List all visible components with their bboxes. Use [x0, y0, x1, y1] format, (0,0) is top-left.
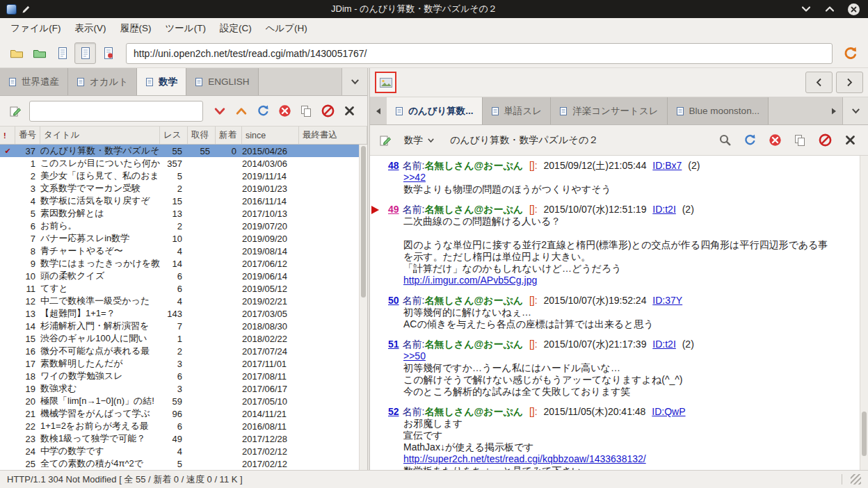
new-thread-button[interactable] — [7, 103, 24, 120]
search-in-thread-button[interactable] — [716, 132, 733, 149]
thread-tab-list-button[interactable] — [842, 97, 868, 124]
poster-id[interactable]: ID:Bx7 — [652, 160, 682, 171]
post-link[interactable]: >>50 — [403, 350, 426, 361]
post-link[interactable]: http://super2ch.net/test/read.cgi/kqbbzo… — [403, 453, 646, 464]
scrollbar-thumb[interactable] — [862, 412, 867, 456]
thread-row[interactable]: 10 頭の柔軟クイズ 6 2019/06/14 — [0, 270, 359, 282]
thread-row[interactable]: 11 てすと 6 2019/05/12 — [0, 282, 359, 295]
col-header-last-write[interactable]: 最終書込 — [299, 127, 367, 144]
search-next-button[interactable] — [211, 103, 228, 120]
stop-button[interactable] — [276, 103, 293, 120]
image-tab-thumbnail[interactable] — [375, 72, 396, 93]
thread-row[interactable]: 8 青チャートやるぞ〜 4 2019/08/14 — [0, 245, 359, 257]
close-tab-button[interactable] — [341, 103, 357, 120]
thread-view-button[interactable] — [74, 42, 96, 64]
post-number[interactable]: 51 — [388, 339, 399, 350]
reload-url-button[interactable] — [839, 42, 861, 64]
scroll-tabs-left-button[interactable] — [370, 97, 387, 124]
menu-item[interactable]: ツール(T) — [159, 19, 213, 38]
thread-row[interactable]: 24 中学の数学です 4 2017/02/12 — [0, 445, 359, 457]
thread-tab[interactable]: Blue moonston... — [668, 97, 769, 124]
thread-list-scrollbar[interactable] — [359, 145, 367, 470]
resize-grip[interactable] — [851, 474, 861, 485]
poster-name[interactable]: 名無しさん@おーぷん — [424, 406, 523, 417]
menu-item[interactable]: 表示(V) — [68, 19, 113, 38]
post-number[interactable]: 49 — [388, 204, 399, 215]
board-tab-list-button[interactable] — [341, 68, 367, 95]
col-header-new[interactable]: 新着 — [216, 127, 242, 144]
thread-row[interactable]: 13 【超難問】1+1=？ 143 2017/03/05 — [0, 307, 359, 320]
boards-sidebar-button[interactable] — [6, 42, 27, 64]
poster-id[interactable]: ID:t2I — [652, 204, 675, 215]
thread-row[interactable]: 2 美少女「ほら見て、私のおま 5 2019/11/14 — [0, 170, 359, 182]
thread-row[interactable]: ✔ 37 のんびり算数・数学パズルそ 55 55 0 2015/04/26 — [0, 145, 359, 157]
thread-row[interactable]: 5 素因数分解とは 13 2017/10/13 — [0, 207, 359, 220]
thread-row[interactable]: 15 渋谷のギャル100人に聞い 1 2018/02/22 — [0, 332, 359, 345]
poster-id[interactable]: ID:QwP — [652, 406, 685, 417]
copy-url-button[interactable] — [298, 103, 314, 120]
thread-row[interactable]: 16 微分不可能な点が表れる最 2 2017/07/24 — [0, 345, 359, 357]
reload-thread-button[interactable] — [741, 132, 758, 149]
poster-name[interactable]: 名無しさん@おーぷん — [424, 204, 523, 215]
post-number[interactable]: 48 — [388, 160, 399, 171]
delete-thread-log-button[interactable] — [817, 132, 833, 149]
thread-row[interactable]: 19 数強求む 3 2017/06/17 — [0, 382, 359, 395]
next-view-button[interactable] — [836, 72, 863, 93]
copy-thread-url-button[interactable] — [791, 132, 808, 149]
poster-name[interactable]: 名無しさん@おーぷん — [424, 339, 523, 350]
poster-id[interactable]: ID:37Y — [652, 295, 682, 306]
col-header-since[interactable]: since — [242, 127, 299, 144]
thread-row[interactable]: 18 ワイの数学勉強スレ 6 2017/08/11 — [0, 370, 359, 382]
thread-row[interactable]: 9 数学にはまったきっかけを教 14 2017/06/12 — [0, 257, 359, 270]
thread-row[interactable]: 4 数学板に活気を取り戻すぞ 15 2016/11/14 — [0, 195, 359, 207]
thread-row[interactable]: 22 1+1=2をお前らが考える最 6 2016/08/11 — [0, 420, 359, 432]
delete-log-button[interactable] — [319, 103, 336, 120]
board-tab[interactable]: 世界遺産 — [0, 68, 68, 95]
thread-row[interactable]: 3 文系数学でマーカン受験 2 2019/01/23 — [0, 182, 359, 195]
col-header-title[interactable]: タイトル — [40, 127, 160, 144]
board-tab[interactable]: 数学 — [137, 68, 186, 95]
poster-id[interactable]: ID:t2I — [652, 339, 675, 350]
minimize-button[interactable] — [798, 1, 814, 17]
reload-list-button[interactable] — [255, 103, 271, 120]
poster-name[interactable]: 名無しさん@おーぷん — [424, 295, 523, 306]
post-number[interactable]: 50 — [388, 295, 399, 306]
post-number[interactable]: 52 — [388, 406, 399, 417]
menu-item[interactable]: 設定(C) — [213, 19, 259, 38]
board-select-button[interactable]: 数学 — [399, 131, 439, 149]
thread-row[interactable]: 25 全ての素数の積が4π^2で 5 2017/02/12 — [0, 457, 359, 470]
image-view-button[interactable] — [97, 42, 119, 64]
scrollbar-thumb[interactable] — [361, 146, 366, 298]
col-header-mark[interactable]: ! — [0, 127, 15, 144]
thread-row[interactable]: 12 中二で数検準一級受かった 4 2019/02/21 — [0, 295, 359, 307]
prev-view-button[interactable] — [805, 72, 833, 93]
favorites-sidebar-button[interactable] — [29, 42, 50, 64]
maximize-button[interactable] — [821, 1, 838, 17]
col-header-got[interactable]: 取得 — [188, 127, 216, 144]
search-prev-button[interactable] — [233, 103, 250, 120]
thread-row[interactable]: 17 素数解明したんだが 3 2017/11/01 — [0, 357, 359, 370]
thread-scrollbar[interactable] — [860, 156, 868, 470]
thread-row[interactable]: 1 このスレが目についたら何か 357 2014/03/06 — [0, 157, 359, 170]
thread-row[interactable]: 20 極限「lim[n→1−0](n)」の結! 59 2017/05/10 — [0, 395, 359, 407]
write-reply-button[interactable] — [377, 132, 394, 149]
thread-row[interactable]: 21 機械学習をがんばって学ぶ 96 2014/11/21 — [0, 407, 359, 420]
thread-tab[interactable]: 洋楽コンサートスレ — [551, 97, 667, 124]
stop-load-button[interactable] — [766, 132, 783, 149]
thread-row[interactable]: 6 お前ら。 2 2019/07/20 — [0, 220, 359, 232]
url-input[interactable] — [126, 43, 833, 64]
thread-row[interactable]: 23 数検1級って独学で可能？ 49 2017/12/28 — [0, 432, 359, 445]
thread-list-view-button[interactable] — [51, 42, 73, 64]
board-tab[interactable]: オカルト — [68, 68, 137, 95]
thread-tab[interactable]: のんびり算数... — [387, 97, 483, 124]
post-link[interactable]: >>42 — [403, 172, 426, 183]
thread-search-input[interactable] — [29, 101, 203, 122]
thread-tab[interactable]: 単語スレ — [483, 97, 552, 124]
menu-item[interactable]: ファイル(F) — [3, 19, 68, 38]
poster-name[interactable]: 名無しさん@おーぷん — [424, 160, 523, 171]
close-window-button[interactable] — [845, 1, 862, 17]
board-tab[interactable]: ENGLISH — [186, 68, 258, 95]
post-link[interactable]: http://i.imgur.com/APvb5Cg.jpg — [403, 275, 537, 286]
menu-item[interactable]: ヘルプ(H) — [259, 19, 314, 38]
scroll-tabs-right-button[interactable] — [826, 97, 842, 124]
